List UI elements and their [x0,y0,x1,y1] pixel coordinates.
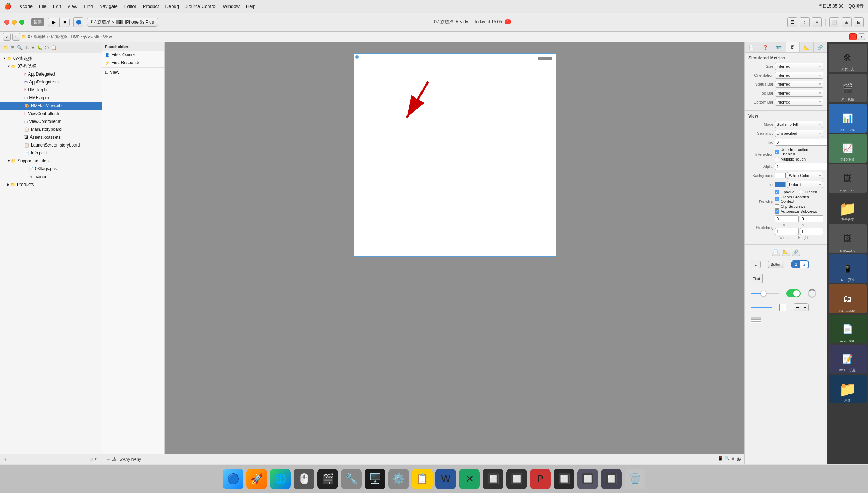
status-bar-dropdown[interactable]: Inferred ▼ [775,81,823,88]
ib-first-responder[interactable]: ⚡ First Responder [102,59,164,67]
tree-group[interactable]: ▼ 📁 07-旗选择 [0,62,102,70]
menu-product[interactable]: Product [143,4,159,9]
mode-dropdown[interactable]: Scale To Fill ▼ [775,121,823,128]
menu-xcode[interactable]: Xcode [19,4,33,9]
dock-word[interactable]: W [435,469,456,489]
file-03flags[interactable]: 📄 03flags.plist [0,165,102,173]
dock-unknown6[interactable]: 🔲 [601,469,622,489]
thumb-ios1[interactable]: 📝 ios1….试题 [829,345,867,373]
file-appdelegate-h[interactable]: h AppDelegate.h [0,70,102,78]
label-btn-item[interactable]: L [748,259,763,269]
spinner-item[interactable] [806,288,819,299]
ib-files-owner[interactable]: 👤 File's Owner [102,51,164,59]
size-inspector-icon[interactable]: 📐 [782,248,790,256]
text-btn-item[interactable]: Text [748,273,765,285]
stepper-minus-btn[interactable]: − [794,304,801,311]
dock-launchpad[interactable]: 🚀 [246,469,267,489]
breadcrumb-file[interactable]: HMFlagView.xib [71,35,100,39]
menu-find[interactable]: Find [84,4,93,9]
error-badge[interactable]: 1 [505,19,511,24]
issues-button[interactable]: ⚠ [112,456,117,463]
table-item[interactable] [814,302,819,312]
menu-editor[interactable]: Editor [124,4,136,9]
stretching-x[interactable] [775,215,799,222]
file-launchscreen[interactable]: 📋 LaunchScreen.storyboard [0,141,102,149]
table2-item[interactable] [748,316,763,325]
menu-navigate[interactable]: Navigate [99,4,117,9]
breadcrumb-view[interactable]: View [103,35,112,39]
menu-view[interactable]: View [67,4,77,9]
dock-unknown2[interactable]: 🔲 [506,469,527,489]
file-info-plist[interactable]: 📄 Info.plist [0,149,102,157]
breadcrumb-root[interactable]: 07-旗选择 [28,34,45,39]
toggle-item[interactable] [784,288,803,299]
dock-finder[interactable]: 🔵 [223,469,243,489]
clip-checkbox[interactable] [775,204,779,209]
thumb-report[interactable]: 📈 第13-业绩 [829,134,867,163]
thumb-ksi[interactable]: 🗂 KSI….aster [829,284,867,313]
stepper-item[interactable]: − + [791,302,811,313]
alpha-input[interactable] [775,163,827,170]
clears-checkbox[interactable]: ✓ [775,197,779,201]
menu-debug[interactable]: Debug [165,4,179,9]
run-button[interactable]: ▶ [48,18,60,27]
line-item[interactable] [748,306,774,309]
menu-file[interactable]: File [39,4,47,9]
nav-tab-debug[interactable]: 🐛 [37,45,43,50]
file-hmflag-m[interactable]: m HMFlag.m [0,94,102,102]
autoresize-checkbox[interactable]: ✓ [775,209,779,214]
navigator-toggle[interactable]: ☰ [787,17,797,27]
version-editor-btn[interactable]: ⊟ [854,17,864,27]
menu-help[interactable]: Help [246,4,256,9]
close-button[interactable] [4,20,9,25]
insp-tab-size[interactable]: 📐 [800,42,813,52]
thumb-zjl[interactable]: 📄 ZJL….etail [829,315,867,343]
tint-color-well[interactable] [775,182,786,187]
dock-notes[interactable]: 📋 [412,469,433,489]
frame-corner-handle[interactable] [355,55,359,59]
tree-root[interactable]: ▼ 📁 07-旗选择 [0,54,102,62]
maximize-button[interactable] [19,20,24,25]
stretching-width[interactable] [775,228,799,235]
menu-edit[interactable]: Edit [53,4,61,9]
orientation-dropdown[interactable]: Inferred ▼ [775,72,823,79]
hidden-checkbox[interactable] [799,190,803,194]
add-constraint-button[interactable]: ＋ [106,456,111,463]
minimize-button[interactable] [12,20,17,25]
segmented-btn-item[interactable]: 1 2 [789,259,811,270]
apple-logo-icon[interactable]: 🍎 [4,3,11,10]
thumb-snip2[interactable]: 🖼 snip….png [829,224,867,253]
dock-settings[interactable]: ⚙️ [388,469,409,489]
insp-tab-quick-help[interactable]: ❓ [758,42,772,52]
scheme-selector[interactable]: 07-旗选择 › 📱 iPhone 6s Plus [87,18,158,27]
stepper-plus-btn[interactable]: + [801,304,808,311]
file-main-m[interactable]: m main.m [0,173,102,181]
tree-supporting-files[interactable]: ▼ 📁 Supporting Files [0,157,102,165]
file-appdelegate-m[interactable]: m AppDelegate.m [0,78,102,86]
device-orient-btn[interactable]: 📱 [718,456,723,463]
breakpoint-button[interactable]: 🔵 [73,17,83,27]
nav-tab-files[interactable]: 📁 [3,45,9,50]
background-dropdown[interactable]: White Color ▼ [787,172,823,179]
zoom-in-btn[interactable]: ⊕ [736,456,741,463]
dock-tools[interactable]: 🔧 [341,469,362,489]
connections-inspector-icon[interactable]: 🔗 [792,248,800,256]
nav-tab-logs[interactable]: 📋 [51,45,57,50]
thumb-optimize[interactable]: 📱 07-…(优化 [829,254,867,283]
thumb-devtools[interactable]: 🛠 开发工具 [829,44,867,72]
device-frame[interactable] [353,53,556,257]
dock-unknown3[interactable]: P [530,469,551,489]
nav-tab-breakpoints[interactable]: ⬡ [45,45,49,50]
file-hmflag-h[interactable]: h HMFlag.h [0,86,102,94]
dock-safari[interactable]: 🌐 [270,469,291,489]
dock-unknown5[interactable]: 🔲 [577,469,598,489]
nav-forward-button[interactable]: › [12,33,20,41]
multiple-touch-checkbox[interactable] [775,157,779,161]
disclosure-group[interactable]: ▼ [7,64,10,68]
insp-tab-file[interactable]: 📄 [745,42,758,52]
insp-tab-identity[interactable]: 🪪 [772,42,786,52]
standard-editor-btn[interactable]: ⬜ [829,17,839,27]
ib-view-item[interactable]: ☐ View [102,68,164,76]
nav-tab-symbols[interactable]: ⊞ [11,45,15,50]
dock-unknown1[interactable]: 🔲 [483,469,503,489]
